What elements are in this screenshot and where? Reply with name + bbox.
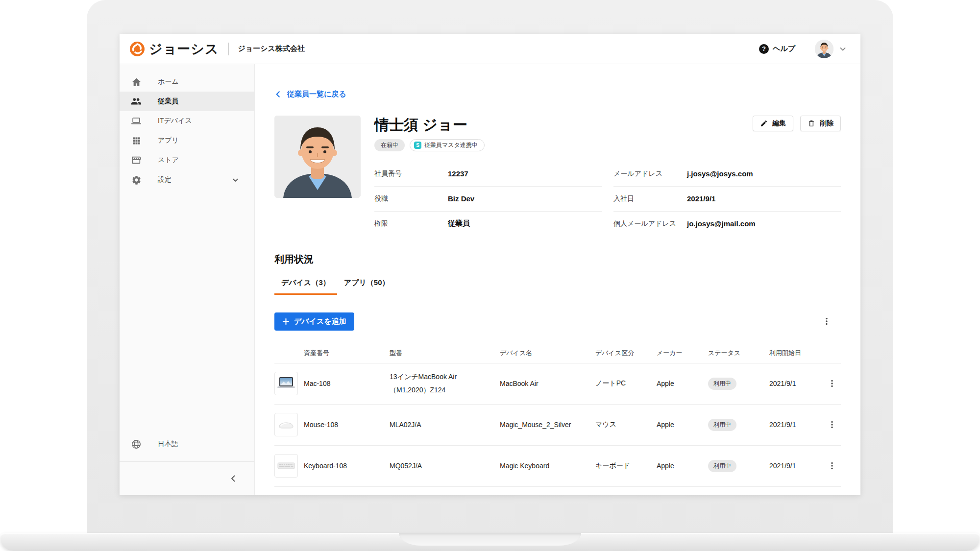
brand-logo[interactable]: ジョーシス [129, 40, 219, 58]
delete-button[interactable]: 削除 [800, 116, 841, 131]
sidebar-collapse-button[interactable] [120, 461, 254, 495]
cell-asset: Keyboard-108 [304, 462, 390, 470]
gear-icon [131, 175, 142, 185]
header-divider [228, 43, 229, 55]
field-employee-number: 社員番号 12237 [374, 162, 602, 187]
sidebar-footer: 日本語 [120, 427, 254, 495]
field-job-title: 役職 Biz Dev [374, 187, 602, 212]
profile-fields: 社員番号 12237 役職 Biz Dev 権限 従業員 [374, 162, 841, 236]
status-pill: 利用中 [708, 378, 736, 390]
app-window: ジョーシス ジョーシス株式会社 ? ヘルプ ホーム [120, 34, 860, 495]
table-header-row: 資産番号 型番 デバイス名 デバイス区分 メーカー ステータス 利用開始日 [274, 343, 841, 363]
cell-start-date: 2021/9/1 [769, 462, 823, 470]
mouse-thumbnail [274, 413, 298, 436]
cell-maker: Apple [657, 380, 708, 387]
laptop-icon [131, 116, 142, 126]
table-options-kebab-icon[interactable] [819, 314, 834, 329]
user-avatar[interactable] [815, 40, 833, 58]
laptop-base-notch [399, 533, 581, 546]
globe-icon [131, 439, 142, 450]
sidebar-item-employees[interactable]: 従業員 [120, 92, 254, 111]
master-sync-badge: S 従業員マスタ連携中 [410, 139, 485, 151]
cell-category: キーボード [595, 461, 657, 470]
language-label: 日本語 [158, 440, 178, 449]
back-to-employee-list-link[interactable]: 従業員一覧に戻る [274, 90, 346, 99]
column-header: 型番 [390, 349, 500, 358]
apps-grid-icon [131, 136, 142, 145]
sidebar-item-apps[interactable]: アプリ [120, 131, 254, 150]
cell-model: 13インチMacBook Air（M1,2020）Z124 [390, 370, 500, 396]
brand-logo-text: ジョーシス [149, 40, 219, 58]
chevron-left-icon [274, 91, 282, 98]
josys-logo-icon [129, 41, 146, 57]
app-header: ジョーシス ジョーシス株式会社 ? ヘルプ [120, 34, 860, 64]
tab-apps[interactable]: アプリ（50） [337, 273, 396, 295]
sidebar: ホーム 従業員 ITデバイス [120, 64, 255, 495]
employee-profile: 情士須 ジョー 在籍中 S 従業員マスタ連携中 [274, 116, 841, 236]
field-email: メールアドレス j.josys@josys.com [613, 162, 841, 187]
table-row: Keyboard-108 MQ052J/A Magic Keyboard キーボ… [274, 446, 841, 487]
column-header: ステータス [708, 349, 769, 358]
cell-device-name: MacBook Air [500, 380, 595, 387]
sidebar-item-settings[interactable]: 設定 [120, 170, 254, 190]
laptop-base [0, 533, 980, 551]
settings-chevron-down-icon [232, 176, 239, 184]
store-icon [131, 155, 142, 166]
tab-devices[interactable]: デバイス（3） [274, 273, 337, 295]
table-row: Mac-108 13インチMacBook Air（M1,2020）Z124 Ma… [274, 363, 841, 405]
company-name: ジョーシス株式会社 [238, 44, 305, 53]
sidebar-item-it-devices[interactable]: ITデバイス [120, 111, 254, 131]
cell-device-name: Magic Keyboard [500, 462, 595, 470]
cell-model: MLA02J/A [390, 418, 500, 431]
row-kebab-icon[interactable] [825, 376, 839, 391]
status-pill: 利用中 [708, 460, 736, 472]
cell-start-date: 2021/9/1 [769, 380, 823, 387]
trash-icon [808, 120, 815, 127]
sidebar-item-home[interactable]: ホーム [120, 72, 254, 92]
column-header: 利用開始日 [769, 349, 823, 358]
device-toolbar: デバイスを追加 [274, 312, 841, 331]
usage-section-title: 利用状況 [274, 253, 841, 266]
cell-asset: Mouse-108 [304, 421, 390, 429]
add-device-button[interactable]: デバイスを追加 [274, 312, 354, 331]
field-personal-email: 個人メールアドレス jo.josys@jmail.com [613, 212, 841, 236]
chevron-left-icon [229, 474, 238, 483]
cell-category: マウス [595, 420, 657, 429]
cell-maker: Apple [657, 421, 708, 429]
plus-icon [282, 318, 290, 325]
cell-asset: Mac-108 [304, 380, 390, 387]
employee-photo [274, 116, 361, 198]
people-icon [131, 96, 142, 107]
help-button[interactable]: ? ヘルプ [759, 44, 795, 54]
smarthr-sync-icon: S [414, 142, 421, 149]
sidebar-item-store[interactable]: ストア [120, 150, 254, 170]
help-label: ヘルプ [773, 44, 795, 53]
row-kebab-icon[interactable] [825, 458, 839, 473]
column-header: 資産番号 [304, 349, 390, 358]
cell-device-name: Magic_Mouse_2_Silver [500, 421, 595, 429]
account-menu-chevron-down-icon[interactable] [839, 45, 847, 53]
status-badge: 在籍中 [374, 139, 405, 151]
macbook-thumbnail [274, 372, 298, 395]
cell-model: MQ052J/A [390, 459, 500, 473]
cell-start-date: 2021/9/1 [769, 421, 823, 429]
usage-tabs: デバイス（3） アプリ（50） [274, 273, 841, 295]
column-header: デバイス区分 [595, 349, 657, 358]
field-join-date: 入社日 2021/9/1 [613, 187, 841, 212]
field-permission: 権限 従業員 [374, 212, 602, 236]
cell-category: ノートPC [595, 379, 657, 388]
keyboard-thumbnail [274, 454, 298, 478]
home-icon [131, 77, 142, 87]
table-row: Mouse-108 MLA02J/A Magic_Mouse_2_Silver … [274, 405, 841, 446]
main-content: 従業員一覧に戻る 情士須 ジョー 在籍中 S 従業員マスタ連携中 [255, 64, 860, 495]
cell-maker: Apple [657, 462, 708, 470]
help-icon: ? [759, 44, 769, 54]
column-header: デバイス名 [500, 349, 595, 358]
pencil-icon [760, 120, 768, 127]
column-header: メーカー [657, 349, 708, 358]
language-selector[interactable]: 日本語 [120, 427, 254, 461]
edit-button[interactable]: 編集 [753, 116, 793, 131]
devices-table: 資産番号 型番 デバイス名 デバイス区分 メーカー ステータス 利用開始日 [274, 343, 841, 487]
row-kebab-icon[interactable] [825, 417, 839, 432]
status-pill: 利用中 [708, 419, 736, 431]
